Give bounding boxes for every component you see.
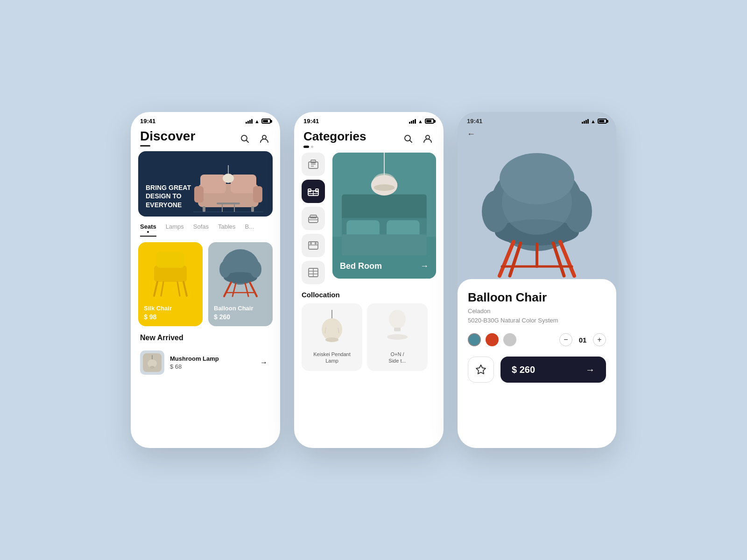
bedroom-lamp [332,153,436,279]
quantity-value: 01 [578,336,587,344]
svg-rect-50 [309,242,318,249]
action-row: $ 260 → [468,357,606,383]
status-icons-3: ▲ [582,119,607,124]
signal-icon-1 [246,119,253,124]
svg-rect-6 [231,175,256,193]
collocate-card-pendant-lamp[interactable]: Keiskei PendantLamp [302,303,362,371]
collocate-side-table-name: O+N /Side t... [388,351,406,364]
hero-banner[interactable]: BRING GREAT DESIGN TO EVERYONE [138,151,273,217]
color-gray[interactable] [503,333,516,346]
status-time-1: 19:41 [140,118,155,125]
pendant-lamp-illustration [316,310,348,347]
status-time-2: 19:41 [303,118,319,125]
tab-tables[interactable]: Tables [218,223,236,237]
battery-icon-2 [425,119,434,124]
svg-rect-17 [156,252,184,268]
star-icon [475,364,486,375]
cat-icon-storage[interactable] [302,261,325,284]
hero-text: BRING GREAT DESIGN TO EVERYONE [146,183,202,209]
balloon-chair-illustration [215,246,266,300]
buy-arrow-icon: → [585,364,595,375]
search-button[interactable] [238,132,251,145]
mushroom-lamp-arrow[interactable]: → [257,356,271,370]
svg-point-76 [389,310,406,329]
collocation-grid: Keiskei PendantLamp O+N /Side t... [294,303,444,371]
mushroom-lamp-price: $ 68 [170,363,251,370]
svg-point-53 [315,243,317,244]
cat-icon-bedroom[interactable] [302,180,325,203]
product-card-silk-chair[interactable]: Silk Chair $ 98 [138,242,203,326]
categories-profile-button[interactable] [421,132,434,145]
color-qty-row: − 01 + [468,333,606,346]
svg-rect-9 [203,206,205,212]
wifi-icon-3: ▲ [591,119,596,124]
profile-button[interactable] [258,132,271,145]
add-to-cart-button[interactable]: $ 260 → [500,357,606,383]
quantity-increase[interactable]: + [593,333,606,346]
balloon-chair-large-illustration [472,151,602,281]
svg-point-73 [325,337,338,342]
svg-rect-48 [310,215,317,218]
status-bar-3: 19:41 ▲ [458,112,616,127]
new-item-mushroom-lamp[interactable]: Mushroom Lamp $ 68 → [131,347,280,378]
title-underline [140,145,150,147]
battery-icon-3 [598,119,607,124]
status-time-3: 19:41 [467,118,482,125]
svg-line-18 [154,282,157,296]
bedroom-card[interactable]: Bed Room → [332,153,436,279]
balloon-chair-name: Balloon Chair [214,305,267,312]
cat-icon-living[interactable] [302,207,325,230]
svg-rect-10 [251,206,254,212]
categories-layout: Bed Room → [294,153,444,284]
status-icons-1: ▲ [246,119,271,124]
product-grid: Silk Chair $ 98 Balloon Chair [131,237,280,332]
svg-point-52 [310,243,312,244]
tab-lamps[interactable]: Lamps [166,223,184,237]
tab-seats[interactable]: Seats [140,223,156,237]
color-orange[interactable] [486,333,499,346]
discover-header: Discover [131,127,280,151]
tab-more[interactable]: B... [245,223,254,237]
svg-line-29 [245,283,248,296]
quantity-decrease[interactable]: − [559,333,572,346]
svg-rect-77 [394,328,401,331]
svg-rect-39 [311,160,316,163]
svg-line-27 [250,282,257,296]
product-detail-header: ← [458,127,616,144]
mushroom-lamp-info: Mushroom Lamp $ 68 [170,355,251,370]
svg-rect-11 [217,203,240,204]
svg-point-25 [250,261,261,278]
svg-point-37 [426,135,430,139]
categories-search-button[interactable] [402,132,415,145]
svg-line-20 [161,282,163,296]
cat-icon-office[interactable] [302,153,325,176]
status-bar-1: 19:41 ▲ [131,112,280,127]
battery-icon-1 [261,119,271,124]
back-button[interactable]: ← [467,129,607,139]
svg-point-34 [150,366,155,369]
product-name: Balloon Chair [468,290,606,305]
categories-header: Categories [294,127,444,153]
wifi-icon-1: ▲ [254,119,260,124]
tab-sofas[interactable]: Sofas [193,223,209,237]
collocation-title: Collocation [294,284,444,303]
collocate-card-side-table[interactable]: O+N /Side t... [367,303,428,371]
svg-point-78 [387,334,408,340]
cat-icon-kitchen[interactable] [302,234,325,257]
color-celadon[interactable] [468,333,481,346]
signal-icon-3 [582,119,589,124]
svg-line-28 [233,283,236,296]
categories-header-actions [402,132,434,145]
svg-point-2 [262,135,266,139]
phone-product-detail: 19:41 ▲ ← [458,112,616,448]
svg-line-36 [410,140,412,143]
discover-title: Discover [140,129,195,144]
nav-dots [303,146,366,148]
favorite-button[interactable] [468,357,494,383]
categories-title: Categories [303,129,366,144]
svg-rect-16 [154,266,187,282]
bedroom-label: Bed Room [340,261,420,271]
wifi-icon-2: ▲ [418,119,423,124]
product-card-balloon-chair[interactable]: Balloon Chair $ 260 [208,242,273,326]
signal-icon-2 [409,119,416,124]
